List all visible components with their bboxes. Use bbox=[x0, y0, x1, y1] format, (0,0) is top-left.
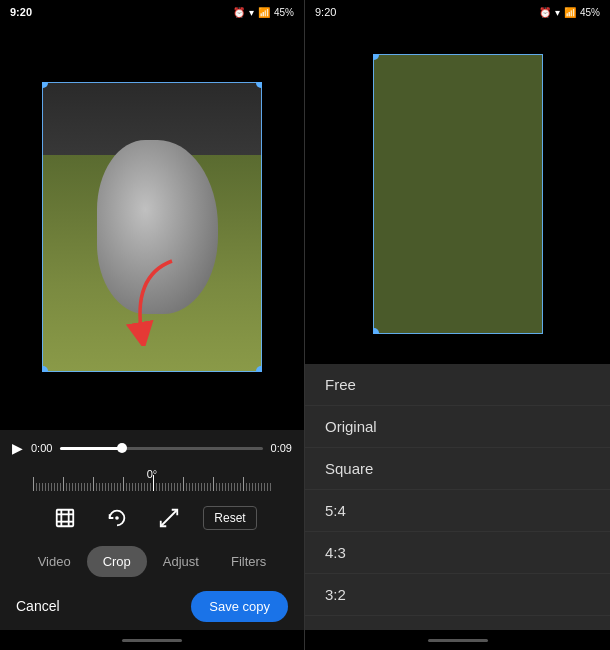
crop-corner-bl bbox=[42, 366, 48, 372]
time-end: 0:09 bbox=[271, 442, 292, 454]
tab-adjust[interactable]: Adjust bbox=[147, 546, 215, 577]
save-copy-button[interactable]: Save copy bbox=[191, 591, 288, 622]
tab-video[interactable]: Video bbox=[22, 546, 87, 577]
home-bar-right bbox=[428, 639, 488, 642]
home-bar-left bbox=[122, 639, 182, 642]
battery-label: 45% bbox=[274, 7, 294, 18]
status-bar-right: 9:20 ⏰ ▾ 📶 45% bbox=[305, 0, 610, 24]
video-area-right bbox=[305, 24, 610, 364]
play-button[interactable]: ▶ bbox=[12, 440, 23, 456]
crop-corner-tl bbox=[42, 82, 48, 88]
alarm-icon-right: ⏰ bbox=[539, 7, 551, 18]
crop-ratio-button[interactable] bbox=[47, 500, 83, 536]
tab-crop[interactable]: Crop bbox=[87, 546, 147, 577]
time-start: 0:00 bbox=[31, 442, 52, 454]
aspect-16-9[interactable]: 16:9 bbox=[305, 616, 610, 630]
aspect-ratio-menu: Free Original Square 5:4 4:3 3:2 16:9 bbox=[305, 364, 610, 630]
signal-icon-right: 📶 bbox=[564, 7, 576, 18]
crop-overlay-left bbox=[42, 82, 262, 372]
reset-button[interactable]: Reset bbox=[203, 506, 256, 530]
status-bar-left: 9:20 ⏰ ▾ 📶 45% bbox=[0, 0, 304, 24]
svg-rect-1 bbox=[57, 510, 74, 527]
aspect-4-3[interactable]: 4:3 bbox=[305, 532, 610, 574]
svg-point-6 bbox=[116, 517, 118, 519]
status-time-right: 9:20 bbox=[315, 6, 336, 18]
crop-overlay-right bbox=[373, 54, 543, 334]
signal-icon: 📶 bbox=[258, 7, 270, 18]
cancel-button[interactable]: Cancel bbox=[16, 598, 60, 614]
rotate-button[interactable] bbox=[99, 500, 135, 536]
status-icons-left: ⏰ ▾ 📶 45% bbox=[233, 7, 294, 18]
crop-corner-tl-r bbox=[373, 54, 379, 60]
status-time-left: 9:20 bbox=[10, 6, 32, 18]
wifi-icon: ▾ bbox=[249, 7, 254, 18]
aspect-5-4[interactable]: 5:4 bbox=[305, 490, 610, 532]
battery-label-right: 45% bbox=[580, 7, 600, 18]
wifi-icon-right: ▾ bbox=[555, 7, 560, 18]
tab-filters[interactable]: Filters bbox=[215, 546, 282, 577]
right-phone-panel: 9:20 ⏰ ▾ 📶 45% Free Original Square 5:4 … bbox=[305, 0, 610, 650]
crop-corner-bl-r bbox=[373, 328, 379, 334]
aspect-original[interactable]: Original bbox=[305, 406, 610, 448]
aspect-3-2[interactable]: 3:2 bbox=[305, 574, 610, 616]
bottom-actions: Cancel Save copy bbox=[0, 582, 304, 630]
crop-corner-tr bbox=[256, 82, 262, 88]
status-icons-right: ⏰ ▾ 📶 45% bbox=[539, 7, 600, 18]
alarm-icon: ⏰ bbox=[233, 7, 245, 18]
playback-row: ▶ 0:00 0:09 bbox=[0, 430, 304, 466]
scrubber-fill bbox=[60, 447, 121, 450]
flip-button[interactable] bbox=[151, 500, 187, 536]
scrubber-thumb[interactable] bbox=[117, 443, 127, 453]
crop-tools-row: Reset bbox=[0, 496, 304, 540]
aspect-free[interactable]: Free bbox=[305, 364, 610, 406]
crop-corner-br bbox=[256, 366, 262, 372]
scrubber-track[interactable] bbox=[60, 447, 262, 450]
video-thumbnail-right bbox=[373, 54, 543, 334]
left-phone-panel: 9:20 ⏰ ▾ 📶 45% bbox=[0, 0, 305, 650]
home-indicator-left bbox=[0, 630, 304, 650]
video-area-left bbox=[0, 24, 304, 430]
ruler-row: 0° bbox=[0, 466, 304, 496]
home-indicator-right bbox=[305, 630, 610, 650]
aspect-square[interactable]: Square bbox=[305, 448, 610, 490]
video-thumbnail-left bbox=[42, 82, 262, 372]
tab-row: Video Crop Adjust Filters bbox=[0, 540, 304, 582]
rotation-label: 0° bbox=[147, 468, 158, 480]
